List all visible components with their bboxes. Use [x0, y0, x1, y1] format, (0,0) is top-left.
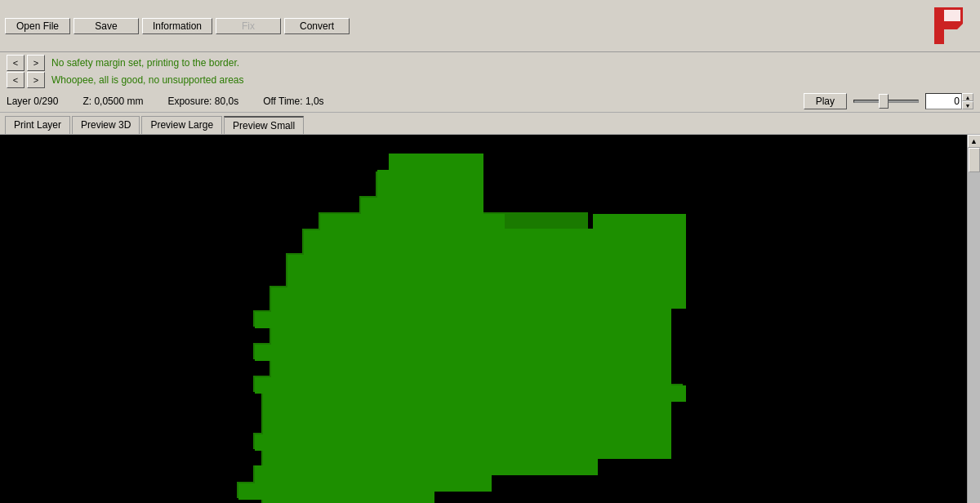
message-line2: Whoopee, all is good, no unsupported are… — [51, 73, 244, 87]
scroll-up-button[interactable]: ▲ — [968, 135, 981, 148]
tab-preview-large[interactable]: Preview Large — [141, 116, 222, 134]
main-content: ▲ ▼ ◄ ► — [0, 135, 980, 503]
svg-rect-4 — [934, 23, 957, 29]
fix-button[interactable]: Fix — [216, 18, 281, 34]
z-info: Z: 0,0500 mm — [82, 96, 143, 107]
layer-info: Layer 0/290 — [7, 96, 58, 107]
scroll-thumb-vertical[interactable] — [969, 148, 980, 172]
tab-print-layer[interactable]: Print Layer — [5, 116, 70, 134]
content-area: ▲ ▼ — [0, 135, 980, 503]
app-logo — [926, 3, 975, 48]
status-bar: Layer 0/290 Z: 0,0500 mm Exposure: 80,0s… — [0, 91, 980, 113]
canvas-area — [0, 135, 967, 503]
frame-input-container: ▲ ▼ — [925, 93, 973, 109]
msg2-prev-button[interactable]: < — [7, 72, 24, 88]
layer-preview-svg — [0, 135, 967, 503]
toolbar: Open File Save Information Fix Convert — [0, 0, 980, 52]
messages-area: < > No safety margin set, printing to th… — [0, 52, 980, 91]
play-button[interactable]: Play — [804, 93, 847, 109]
scroll-track-vertical[interactable] — [968, 148, 981, 503]
offtime-info: Off Time: 1,0s — [263, 96, 323, 107]
slider-thumb[interactable] — [879, 94, 889, 109]
information-button[interactable]: Information — [142, 18, 212, 34]
save-button[interactable]: Save — [74, 18, 139, 34]
spin-down-button[interactable]: ▼ — [962, 101, 973, 109]
exposure-info: Exposure: 80,0s — [167, 96, 238, 107]
playback-slider[interactable] — [853, 100, 919, 103]
convert-button[interactable]: Convert — [284, 18, 350, 34]
spin-up-button[interactable]: ▲ — [962, 93, 973, 101]
tab-preview-small[interactable]: Preview Small — [224, 116, 304, 134]
msg2-next-button[interactable]: > — [27, 72, 45, 88]
spin-buttons: ▲ ▼ — [962, 93, 973, 109]
message-line1: No safety margin set, printing to the bo… — [51, 56, 239, 70]
vertical-scrollbar: ▲ ▼ — [967, 135, 980, 503]
slider-track — [853, 100, 919, 103]
msg1-prev-button[interactable]: < — [7, 55, 24, 71]
tab-preview-3d[interactable]: Preview 3D — [72, 116, 140, 134]
tab-bar: Print Layer Preview 3D Preview Large Pre… — [0, 113, 980, 135]
play-controls: Play ▲ ▼ — [804, 93, 973, 109]
frame-input[interactable] — [925, 93, 962, 109]
open-file-button[interactable]: Open File — [5, 18, 70, 34]
msg1-next-button[interactable]: > — [27, 55, 45, 71]
svg-rect-5 — [944, 10, 960, 21]
